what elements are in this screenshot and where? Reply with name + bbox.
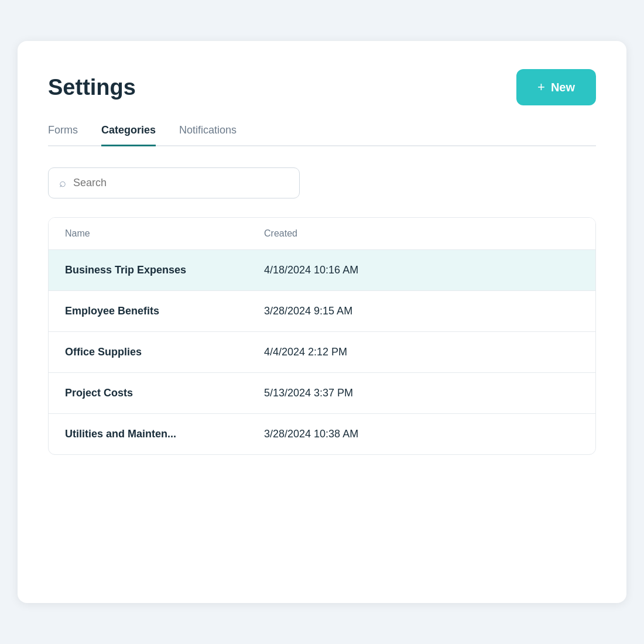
tab-categories[interactable]: Categories: [101, 124, 156, 146]
row-created: 3/28/2024 9:15 AM: [264, 305, 352, 317]
tab-notifications[interactable]: Notifications: [179, 124, 237, 146]
row-name: Business Trip Expenses: [65, 264, 264, 276]
column-header-created: Created: [264, 228, 297, 239]
row-name: Office Supplies: [65, 346, 264, 358]
new-button-label: New: [551, 81, 575, 94]
search-input[interactable]: [73, 177, 289, 189]
table-row[interactable]: Utilities and Mainten... 3/28/2024 10:38…: [49, 414, 595, 454]
new-button[interactable]: + New: [516, 69, 596, 105]
table-row[interactable]: Office Supplies 4/4/2024 2:12 PM: [49, 332, 595, 373]
row-created: 4/18/2024 10:16 AM: [264, 264, 358, 276]
page-title: Settings: [48, 75, 136, 100]
table-row[interactable]: Project Costs 5/13/2024 3:37 PM: [49, 373, 595, 414]
row-created: 5/13/2024 3:37 PM: [264, 387, 353, 399]
page-header: Settings + New: [48, 69, 596, 105]
row-name: Utilities and Mainten...: [65, 428, 264, 440]
settings-card: Settings + New Forms Categories Notifica…: [18, 41, 626, 603]
search-icon: ⌕: [59, 176, 66, 190]
table-row[interactable]: Employee Benefits 3/28/2024 9:15 AM: [49, 291, 595, 332]
tab-forms[interactable]: Forms: [48, 124, 78, 146]
table-header: Name Created: [49, 218, 595, 250]
row-created: 4/4/2024 2:12 PM: [264, 346, 347, 358]
search-container: ⌕: [48, 167, 596, 198]
row-name: Employee Benefits: [65, 305, 264, 317]
column-header-name: Name: [65, 228, 264, 239]
row-created: 3/28/2024 10:38 AM: [264, 428, 358, 440]
plus-icon: +: [537, 80, 545, 95]
tab-bar: Forms Categories Notifications: [48, 124, 596, 146]
categories-table: Name Created Business Trip Expenses 4/18…: [48, 217, 596, 455]
table-row[interactable]: Business Trip Expenses 4/18/2024 10:16 A…: [49, 250, 595, 291]
row-name: Project Costs: [65, 387, 264, 399]
search-input-wrapper[interactable]: ⌕: [48, 167, 300, 198]
